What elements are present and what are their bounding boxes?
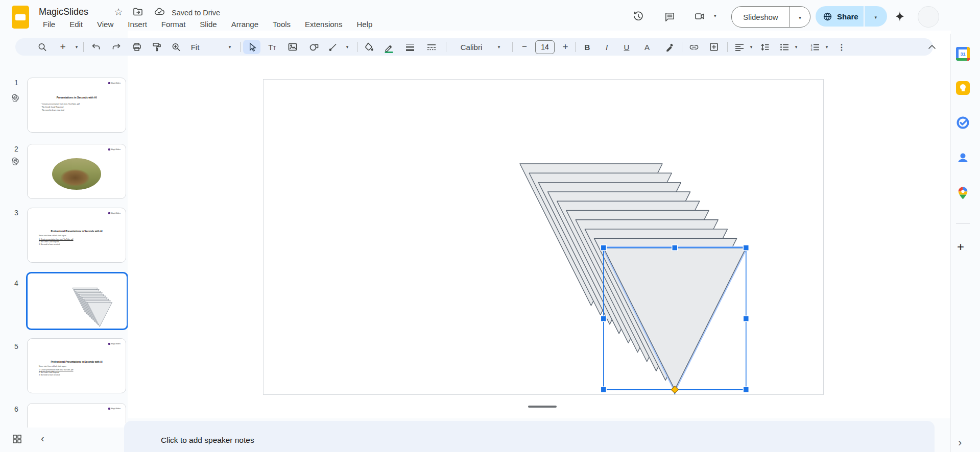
select-tool[interactable] [243, 40, 260, 54]
text-box-tool[interactable]: TT [268, 38, 276, 56]
menu-format[interactable]: Format [160, 18, 187, 30]
resize-handle[interactable] [743, 245, 749, 250]
bold-button[interactable]: B [585, 38, 590, 56]
italic-button[interactable]: I [606, 38, 608, 56]
redo-icon[interactable] [111, 38, 122, 56]
saved-status[interactable]: Saved to Drive [172, 9, 220, 17]
new-slide-caret-icon[interactable] [76, 38, 78, 56]
collapse-filmstrip-chevron-icon[interactable] [41, 433, 44, 444]
slide-number: 3 [11, 209, 21, 217]
menu-arrange[interactable]: Arrange [230, 18, 259, 30]
menu-extensions[interactable]: Extensions [304, 18, 343, 30]
decrease-font-size-button[interactable] [522, 38, 527, 56]
numbered-list-icon[interactable]: 123 [810, 38, 820, 56]
resize-handle[interactable] [743, 387, 749, 392]
menu-tools[interactable]: Tools [272, 18, 292, 30]
resize-handle[interactable] [601, 245, 606, 250]
bulleted-list-caret-icon[interactable] [795, 38, 798, 56]
font-family-caret-icon[interactable] [498, 38, 500, 56]
google-contacts-icon[interactable] [956, 151, 970, 165]
slide-thumbnail-1[interactable]: MagicSlides Presentations in Seconds wit… [27, 78, 126, 133]
search-menus-icon[interactable] [38, 38, 47, 56]
menu-file[interactable]: File [42, 18, 56, 30]
text-color-button[interactable]: A [644, 38, 650, 56]
numbered-list-caret-icon[interactable] [826, 38, 828, 56]
slide-number: 4 [11, 279, 21, 287]
add-comment-icon[interactable] [709, 38, 719, 56]
slide-thumbnail-2[interactable]: MagicSlides [27, 144, 126, 199]
highlight-color-icon[interactable] [665, 38, 675, 56]
slide-canvas[interactable] [263, 79, 824, 395]
google-keep-icon[interactable] [956, 81, 970, 95]
comment-history-icon[interactable] [659, 6, 680, 27]
font-size-input[interactable]: 14 [535, 38, 555, 56]
rail-divider [956, 223, 970, 224]
toolbar-divider [682, 42, 682, 52]
more-options-icon[interactable] [838, 38, 846, 56]
filmstrip: 1 MagicSlides Presentations in Seconds w… [0, 56, 128, 428]
slide-number: 5 [11, 342, 21, 350]
resize-handle[interactable] [601, 387, 606, 392]
increase-font-size-button[interactable] [562, 38, 568, 56]
border-color-icon[interactable] [384, 38, 394, 56]
gemini-sparkle-icon[interactable] [890, 6, 910, 27]
google-calendar-icon[interactable]: 31 [956, 47, 970, 61]
new-slide-button[interactable] [60, 38, 65, 56]
align-caret-icon[interactable] [750, 38, 753, 56]
fill-color-icon[interactable] [364, 38, 374, 56]
google-tasks-icon[interactable] [956, 116, 970, 130]
align-icon[interactable] [735, 38, 744, 56]
toolbar-divider [83, 42, 84, 52]
resize-handle[interactable] [672, 245, 678, 250]
show-side-panel-chevron-icon[interactable] [958, 436, 962, 449]
speaker-notes-input[interactable]: Click to add speaker notes [124, 421, 935, 452]
resize-handle[interactable] [743, 316, 749, 321]
menu-help[interactable]: Help [355, 18, 373, 30]
share-caret-icon[interactable] [865, 12, 887, 21]
slideshow-caret-icon[interactable] [790, 12, 810, 21]
triangle-stack-and-selection[interactable] [264, 80, 823, 394]
menu-slide[interactable]: Slide [199, 18, 218, 30]
notes-resize-handle[interactable] [528, 406, 557, 408]
version-history-icon[interactable] [628, 6, 649, 27]
paint-format-icon[interactable] [152, 38, 162, 56]
slide-indicator-rings-icon [11, 157, 20, 166]
print-icon[interactable] [132, 38, 142, 56]
resize-handle[interactable] [601, 316, 606, 321]
google-maps-icon[interactable] [956, 186, 970, 200]
meet-caret-icon[interactable] [714, 10, 716, 19]
slide-thumbnail-4-selected[interactable] [26, 272, 128, 330]
menu-edit[interactable]: Edit [68, 18, 84, 30]
border-dash-icon[interactable] [427, 38, 436, 56]
insert-shape-tool[interactable] [309, 38, 319, 56]
add-addon-plus-icon[interactable]: + [957, 240, 964, 254]
menu-view[interactable]: View [96, 18, 114, 30]
insert-image-tool[interactable] [288, 38, 298, 56]
line-caret-icon[interactable] [346, 38, 349, 56]
slideshow-button[interactable]: Slideshow [731, 6, 810, 28]
underline-button[interactable]: U [624, 38, 630, 56]
document-title[interactable]: MagicSlides [39, 7, 88, 17]
undo-icon[interactable] [91, 38, 101, 56]
slide-thumbnail-3[interactable]: MagicSlides Professional Presentations i… [27, 208, 126, 263]
slide-thumbnail-6[interactable]: MagicSlides [27, 403, 126, 428]
mini-bullets: Create presentation from text, YouTube, … [41, 103, 80, 112]
avatar[interactable] [918, 6, 939, 28]
share-button[interactable]: Share [816, 6, 887, 27]
bulleted-list-icon[interactable] [780, 38, 789, 56]
zoom-level-select[interactable]: Fit [191, 38, 200, 56]
font-family-select[interactable]: Calibri [461, 38, 483, 56]
meet-camera-icon[interactable] [689, 6, 710, 27]
zoom-caret-icon[interactable] [229, 38, 231, 56]
insert-line-tool[interactable] [328, 38, 338, 56]
insert-link-icon[interactable] [689, 38, 700, 56]
line-spacing-icon[interactable] [760, 38, 770, 56]
speaker-notes-placeholder: Click to add speaker notes [161, 436, 254, 445]
grid-view-icon[interactable] [13, 435, 21, 443]
border-weight-icon[interactable] [405, 38, 415, 56]
zoom-in-icon[interactable] [172, 38, 181, 56]
slideshow-label: Slideshow [732, 13, 790, 21]
slide-thumbnail-5[interactable]: MagicSlides Professional Presentations i… [27, 338, 126, 393]
collapse-toolbar-icon[interactable] [928, 38, 936, 56]
menu-insert[interactable]: Insert [127, 18, 148, 30]
